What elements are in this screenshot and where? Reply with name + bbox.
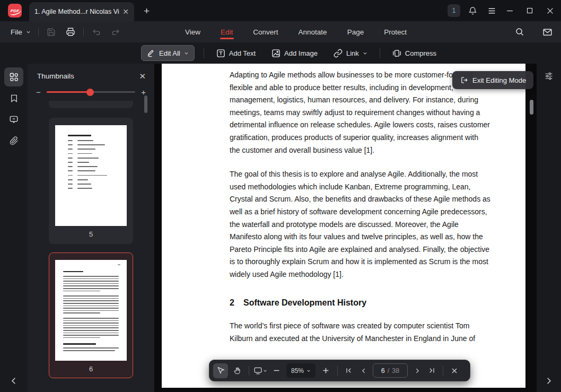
hand-tool-button[interactable] <box>230 363 244 378</box>
view-toolbar: 85% 6 / 38 <box>209 360 470 381</box>
menu-convert[interactable]: Convert <box>252 23 279 41</box>
chevron-right-icon <box>546 377 552 385</box>
close-icon <box>451 368 458 374</box>
compress-button[interactable]: Compress <box>389 47 440 60</box>
plus-icon <box>322 367 329 374</box>
previous-page-button[interactable] <box>357 363 370 378</box>
close-toolbar-button[interactable] <box>448 363 461 378</box>
add-text-button[interactable]: Add Text <box>213 47 259 60</box>
chevron-down-icon <box>184 51 189 56</box>
hamburger-menu-icon[interactable] <box>486 5 497 16</box>
thumbnails-panel-title: Thumbnails <box>37 72 74 80</box>
expand-right-panel-button[interactable] <box>546 377 552 385</box>
chevron-left-icon <box>11 377 17 385</box>
first-page-button[interactable] <box>342 363 355 378</box>
chevron-right-icon <box>414 368 420 374</box>
paragraph[interactable]: The world’s first piece of software was … <box>230 320 490 345</box>
properties-panel-button[interactable] <box>544 71 554 81</box>
window-minimize-button[interactable] <box>502 3 518 19</box>
save-icon[interactable] <box>46 27 57 37</box>
link-button[interactable]: Link <box>330 47 371 60</box>
slider-plus-button[interactable]: + <box>141 88 146 96</box>
tab-close-icon[interactable]: ✕ <box>122 8 129 15</box>
undo-icon[interactable] <box>91 27 102 37</box>
tab-title: 1. Agile Method...r Nicolas Viera <box>34 8 119 15</box>
document-tab[interactable]: 1. Agile Method...r Nicolas Viera ✕ <box>29 2 134 21</box>
menu-protect[interactable]: Protect <box>383 23 408 41</box>
right-sidebar-rail <box>537 64 561 392</box>
bell-icon[interactable] <box>467 5 478 16</box>
thumbnail-page-4-partial[interactable] <box>49 101 133 108</box>
paperclip-icon <box>10 136 19 145</box>
window-maximize-button[interactable] <box>522 3 538 19</box>
reading-mode-icon <box>253 366 262 375</box>
chevron-down-icon <box>306 369 311 373</box>
mail-icon[interactable] <box>542 27 553 37</box>
search-icon[interactable] <box>514 27 525 37</box>
zoom-out-button[interactable] <box>269 363 284 378</box>
divider <box>249 366 249 376</box>
cursor-icon <box>217 367 225 374</box>
first-page-icon <box>345 367 352 374</box>
print-icon[interactable] <box>65 27 76 37</box>
thumbnails-panel-button[interactable] <box>4 67 23 86</box>
thumbnail-list[interactable]: 5 6 <box>28 101 154 392</box>
thumbnail-page-5-preview <box>55 125 127 226</box>
new-tab-button[interactable]: + <box>144 6 150 16</box>
zoom-in-button[interactable] <box>318 363 333 378</box>
grid-icon <box>9 72 19 82</box>
paragraph[interactable]: The goal of this thesis is to explore an… <box>230 168 490 281</box>
menu-edit[interactable]: Edit <box>220 23 234 41</box>
divider <box>337 366 338 376</box>
divider <box>204 48 204 58</box>
last-page-icon <box>428 367 435 374</box>
last-page-button[interactable] <box>425 363 439 378</box>
compress-icon <box>392 49 401 58</box>
hand-icon <box>233 367 241 374</box>
titlebar-controls: 1 <box>448 3 558 19</box>
divider <box>380 48 380 58</box>
notification-count-badge[interactable]: 1 <box>448 4 460 17</box>
exit-editing-mode-button[interactable]: Exit Editing Mode <box>452 71 533 89</box>
edit-all-button[interactable]: Edit All <box>141 45 195 61</box>
thumbnail-page-6-selected[interactable]: 6 <box>49 252 133 378</box>
view-mode-button[interactable] <box>253 366 267 375</box>
titlebar: PDF 1. Agile Method...r Nicolas Viera ✕ … <box>0 0 561 21</box>
divider <box>83 28 84 36</box>
bookmarks-panel-button[interactable] <box>4 89 23 108</box>
menu-view[interactable]: View <box>184 23 201 41</box>
close-panel-icon[interactable]: ✕ <box>139 72 146 80</box>
add-image-icon <box>271 49 280 58</box>
slider-minus-button[interactable]: − <box>36 88 41 96</box>
chevron-down-icon <box>26 30 31 34</box>
menubar: File <box>0 21 561 42</box>
pdf-page[interactable]: Adapting to Agile methods allow business… <box>162 64 525 388</box>
select-tool-button[interactable] <box>213 363 228 378</box>
chevron-down-icon <box>363 51 367 56</box>
slider-track[interactable] <box>47 91 135 93</box>
paragraph[interactable]: Adapting to Agile methods allow business… <box>230 69 490 156</box>
menu-page[interactable]: Page <box>346 23 365 41</box>
redo-icon[interactable] <box>110 27 121 37</box>
section-heading[interactable]: 2Software Development History <box>230 297 490 309</box>
add-image-button[interactable]: Add Image <box>268 47 321 60</box>
thumbnail-page-5[interactable]: 5 <box>49 118 133 244</box>
zoom-level-dropdown[interactable]: 85% <box>286 363 315 378</box>
attachments-panel-button[interactable] <box>4 131 23 150</box>
menu-annotate[interactable]: Annotate <box>297 23 328 41</box>
file-menu[interactable]: File <box>11 28 31 36</box>
document-scrollbar[interactable] <box>530 100 533 115</box>
bookmark-icon <box>10 94 19 103</box>
collapse-sidebar-button[interactable] <box>11 377 17 385</box>
left-sidebar-rail <box>0 64 28 392</box>
exit-icon <box>460 76 468 84</box>
window-close-button[interactable] <box>542 3 558 19</box>
next-page-button[interactable] <box>410 363 424 378</box>
comments-panel-button[interactable] <box>4 110 23 129</box>
tune-sliders-icon <box>544 71 554 81</box>
edit-toolbar: Edit All Add Text Add Image Link <box>0 42 561 64</box>
slider-thumb[interactable] <box>86 89 94 96</box>
page-number-input[interactable]: 6 / 38 <box>373 363 408 378</box>
thumbnails-scrollbar[interactable] <box>144 95 147 113</box>
app-logo: PDF <box>8 4 22 18</box>
